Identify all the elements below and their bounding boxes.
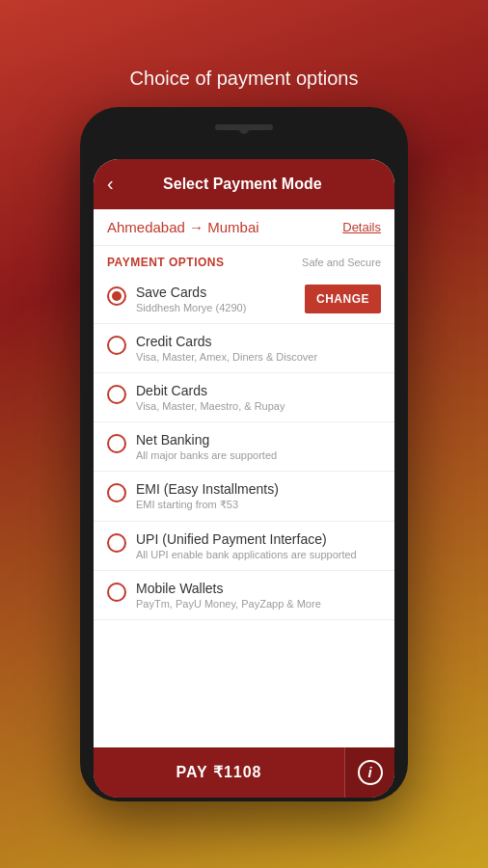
safe-secure-label: Safe and Secure [302, 257, 381, 268]
option-name-upi: UPI (Unified Payment Interface) [136, 531, 381, 547]
phone-camera [239, 124, 249, 134]
radio-save-cards [107, 286, 126, 306]
radio-inner-save-cards [112, 291, 122, 301]
payment-options-label: PAYMENT OPTIONS [107, 256, 225, 269]
phone-screen: ‹ Select Payment Mode Ahmedabad → Mumbai… [94, 159, 394, 798]
option-name-mobile-wallets: Mobile Wallets [136, 581, 381, 596]
option-sub-save-cards: Siddhesh Morye (4290) [136, 302, 305, 313]
option-name-debit-cards: Debit Cards [136, 383, 381, 398]
option-name-net-banking: Net Banking [136, 432, 381, 448]
pay-footer: PAY ₹1108 i [94, 747, 394, 798]
option-name-credit-cards: Credit Cards [136, 334, 381, 349]
option-upi[interactable]: UPI (Unified Payment Interface) All UPI … [94, 522, 394, 571]
route-arrow: → [189, 219, 203, 235]
option-save-cards[interactable]: Save Cards Siddhesh Morye (4290) CHANGE [94, 275, 394, 324]
page-title: Choice of payment options [130, 68, 359, 90]
radio-upi [107, 533, 126, 553]
back-button[interactable]: ‹ [107, 173, 114, 195]
app-content: Ahmedabad → Mumbai Details PAYMENT OPTIO… [94, 209, 394, 747]
option-name-save-cards: Save Cards [136, 285, 305, 300]
payment-options-header: PAYMENT OPTIONS Safe and Secure [94, 246, 394, 275]
route-from: Ahmedabad [107, 219, 185, 235]
option-sub-emi: EMI starting from ₹53 [136, 499, 381, 511]
route-text: Ahmedabad → Mumbai [107, 219, 259, 235]
info-button[interactable]: i [344, 747, 394, 798]
option-sub-net-banking: All major banks are supported [136, 449, 381, 461]
header-title: Select Payment Mode [123, 176, 362, 193]
radio-credit-cards [107, 336, 126, 355]
option-sub-credit-cards: Visa, Master, Amex, Diners & Discover [136, 351, 381, 363]
options-list: Save Cards Siddhesh Morye (4290) CHANGE … [94, 275, 394, 747]
radio-mobile-wallets [107, 583, 126, 602]
option-credit-cards[interactable]: Credit Cards Visa, Master, Amex, Diners … [94, 324, 394, 373]
phone-frame: ‹ Select Payment Mode Ahmedabad → Mumbai… [80, 107, 408, 801]
route-bar: Ahmedabad → Mumbai Details [94, 209, 394, 246]
option-mobile-wallets[interactable]: Mobile Wallets PayTm, PayU Money, PayZap… [94, 571, 394, 620]
route-to: Mumbai [207, 219, 258, 235]
radio-emi [107, 483, 126, 502]
option-sub-upi: All UPI enable bank applications are sup… [136, 549, 381, 560]
option-sub-debit-cards: Visa, Master, Maestro, & Rupay [136, 400, 381, 412]
option-emi[interactable]: EMI (Easy Installments) EMI starting fro… [94, 472, 394, 522]
option-name-emi: EMI (Easy Installments) [136, 481, 381, 497]
radio-net-banking [107, 434, 126, 453]
option-sub-mobile-wallets: PayTm, PayU Money, PayZapp & More [136, 598, 381, 610]
option-net-banking[interactable]: Net Banking All major banks are supporte… [94, 422, 394, 472]
info-icon: i [358, 760, 383, 785]
app-header: ‹ Select Payment Mode [94, 159, 394, 209]
pay-button[interactable]: PAY ₹1108 [94, 747, 344, 798]
radio-debit-cards [107, 385, 126, 404]
details-link[interactable]: Details [342, 220, 381, 234]
option-text-upi: UPI (Unified Payment Interface) All UPI … [136, 531, 381, 560]
change-button[interactable]: CHANGE [305, 285, 381, 313]
option-debit-cards[interactable]: Debit Cards Visa, Master, Maestro, & Rup… [94, 373, 394, 422]
option-text-credit-cards: Credit Cards Visa, Master, Amex, Diners … [136, 334, 381, 363]
option-text-save-cards: Save Cards Siddhesh Morye (4290) [136, 285, 305, 313]
option-text-debit-cards: Debit Cards Visa, Master, Maestro, & Rup… [136, 383, 381, 412]
option-text-mobile-wallets: Mobile Wallets PayTm, PayU Money, PayZap… [136, 581, 381, 610]
option-text-net-banking: Net Banking All major banks are supporte… [136, 432, 381, 461]
option-text-emi: EMI (Easy Installments) EMI starting fro… [136, 481, 381, 511]
